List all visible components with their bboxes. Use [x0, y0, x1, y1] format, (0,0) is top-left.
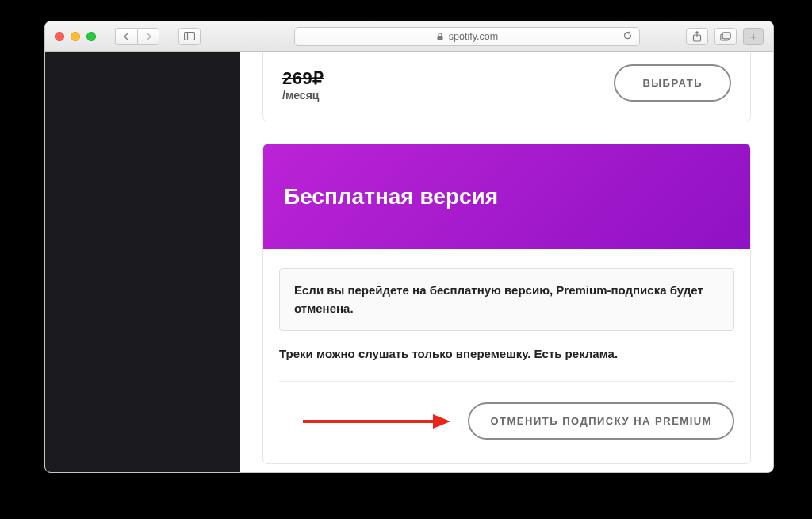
- svg-rect-6: [722, 32, 730, 38]
- annotation-arrow-icon: [300, 413, 450, 430]
- back-button[interactable]: [115, 28, 137, 45]
- svg-rect-0: [185, 33, 195, 40]
- reload-icon[interactable]: [622, 29, 633, 44]
- forward-button[interactable]: [137, 28, 159, 45]
- minimize-window-button[interactable]: [71, 32, 80, 41]
- lock-icon: [436, 33, 444, 40]
- free-plan-title: Бесплатная версия: [284, 184, 730, 210]
- spotify-main-content: Офлайн-режим 269₽ /месяц ВЫБРАТЬ Бесплат…: [240, 52, 773, 472]
- nav-button-group: [115, 28, 159, 45]
- divider: [279, 381, 734, 382]
- select-plan-button[interactable]: ВЫБРАТЬ: [614, 64, 731, 102]
- sidebar-toggle-button[interactable]: [178, 28, 201, 45]
- url-text: spotify.com: [449, 31, 498, 42]
- tabs-button[interactable]: [714, 28, 737, 45]
- free-plan-notice: Если вы перейдете на бесплатную версию, …: [279, 268, 734, 331]
- free-plan-description: Треки можно слушать только вперемешку. Е…: [279, 347, 734, 360]
- content-area: Офлайн-режим 269₽ /месяц ВЫБРАТЬ Бесплат…: [45, 52, 773, 472]
- url-bar[interactable]: spotify.com: [294, 27, 640, 46]
- svg-rect-2: [437, 36, 442, 40]
- new-tab-button[interactable]: +: [743, 28, 764, 45]
- window-traffic-lights: [55, 32, 96, 41]
- premium-plan-card: Офлайн-режим 269₽ /месяц ВЫБРАТЬ: [262, 52, 751, 121]
- close-window-button[interactable]: [55, 32, 64, 41]
- free-plan-card: Бесплатная версия Если вы перейдете на б…: [262, 144, 751, 464]
- cancel-row: ОТМЕНИТЬ ПОДПИСКУ НА PREMIUM: [279, 402, 734, 440]
- share-button[interactable]: [686, 28, 708, 45]
- spotify-sidebar: [45, 52, 240, 472]
- right-toolbar-group: +: [686, 28, 764, 45]
- plan-price-per: /месяц: [282, 89, 398, 102]
- safari-browser-window: spotify.com +: [44, 21, 774, 473]
- maximize-window-button[interactable]: [86, 32, 96, 41]
- svg-marker-8: [433, 414, 450, 429]
- plan-price: 269₽: [282, 68, 398, 89]
- free-plan-header: Бесплатная версия: [263, 144, 750, 249]
- cancel-premium-button[interactable]: ОТМЕНИТЬ ПОДПИСКУ НА PREMIUM: [468, 402, 734, 440]
- browser-title-bar: spotify.com +: [45, 21, 773, 52]
